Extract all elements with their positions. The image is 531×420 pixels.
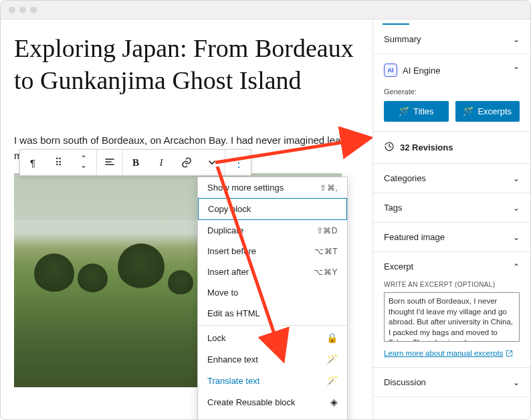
excerpt-textarea[interactable] (384, 292, 520, 342)
reusable-icon: ◈ (330, 397, 338, 407)
dd-group[interactable]: Group (198, 413, 347, 419)
ai-icon: AI (384, 64, 397, 77)
block-options-dropdown: Show more settings⇧⌘, Copy block Duplica… (197, 177, 348, 419)
dd-translate-text[interactable]: Translate text🪄 (198, 370, 347, 391)
history-icon (384, 141, 395, 154)
dd-edit-as-html[interactable]: Edit as HTML (198, 303, 347, 324)
revisions-row[interactable]: 32 Revisions (373, 132, 530, 164)
dd-duplicate[interactable]: Duplicate⇧⌘D (198, 220, 347, 241)
traffic-light-close[interactable] (9, 7, 15, 13)
dd-enhance-text[interactable]: Enhance text🪄 (198, 348, 347, 370)
more-rich-text-button[interactable] (199, 150, 225, 175)
dd-insert-before[interactable]: Insert before⌥⌘T (198, 241, 347, 261)
editor-area: Exploring Japan: From Bordeaux to Gunkan… (1, 19, 373, 419)
drag-handle-button[interactable]: ⠿ (45, 150, 71, 175)
chevron-down-icon: ⌄ (513, 378, 520, 387)
dd-copy-block[interactable]: Copy block (198, 198, 347, 220)
excerpt-help-link[interactable]: Learn more about manual excerpts (384, 349, 513, 357)
chevron-up-icon: ⌃ (513, 262, 520, 272)
app-window: Exploring Japan: From Bordeaux to Gunkan… (0, 0, 531, 420)
block-type-button[interactable]: ¶ (20, 150, 45, 175)
post-title[interactable]: Exploring Japan: From Bordeaux to Gunkan… (14, 33, 359, 96)
panel-excerpt[interactable]: Excerpt⌃ (373, 252, 530, 281)
panel-ai-engine[interactable]: AIAI Engine ⌃ (373, 54, 530, 86)
chevron-down-icon: ⌄ (513, 174, 520, 183)
dd-move-to[interactable]: Move to (198, 282, 347, 303)
block-toolbar: ¶ ⠿ ⌃⌄ B I (19, 149, 251, 176)
align-button[interactable] (97, 150, 122, 175)
panel-featured-image[interactable]: Featured image⌄ (373, 223, 530, 251)
generate-label: Generate: (384, 88, 520, 96)
generate-excerpts-button[interactable]: 🪄Excerpts (455, 101, 520, 122)
traffic-light-minimize[interactable] (19, 7, 26, 13)
dd-separator (198, 325, 347, 326)
panel-categories[interactable]: Categories⌄ (373, 164, 530, 193)
chevron-up-icon: ⌃ (513, 66, 520, 75)
chevron-down-icon: ⌄ (513, 203, 520, 213)
options-button[interactable]: ⋮ (225, 150, 251, 175)
wand-icon: 🪄 (326, 375, 338, 386)
chevron-down-icon: ⌄ (513, 35, 520, 44)
lock-icon: 🔒 (326, 332, 338, 343)
dd-create-reusable[interactable]: Create Reusable block◈ (198, 391, 347, 413)
excerpt-field-label: WRITE AN EXCERPT (OPTIONAL) (384, 281, 520, 288)
panel-tags[interactable]: Tags⌄ (373, 193, 530, 222)
italic-button[interactable]: I (148, 150, 174, 175)
traffic-light-zoom[interactable] (30, 7, 37, 13)
dd-insert-after[interactable]: Insert after⌥⌘Y (198, 261, 347, 282)
bold-button[interactable]: B (123, 150, 148, 175)
wand-icon: 🪄 (463, 106, 473, 116)
settings-sidebar: Summary⌄ AIAI Engine ⌃ Generate: 🪄Titles… (373, 19, 530, 419)
main-content: Exploring Japan: From Bordeaux to Gunkan… (1, 19, 530, 419)
window-titlebar (1, 1, 530, 19)
panel-discussion[interactable]: Discussion⌄ (373, 368, 530, 397)
wand-icon: 🪄 (326, 354, 338, 364)
wand-icon: 🪄 (399, 106, 409, 116)
dd-lock[interactable]: Lock🔒 (198, 327, 347, 348)
generate-titles-button[interactable]: 🪄Titles (384, 101, 449, 122)
move-arrows-button[interactable]: ⌃⌄ (71, 150, 96, 175)
dd-show-more-settings[interactable]: Show more settings⇧⌘, (198, 177, 347, 198)
chevron-down-icon: ⌄ (513, 233, 520, 242)
external-link-icon (506, 350, 513, 357)
panel-summary[interactable]: Summary⌄ (373, 25, 530, 54)
link-button[interactable] (174, 150, 199, 175)
